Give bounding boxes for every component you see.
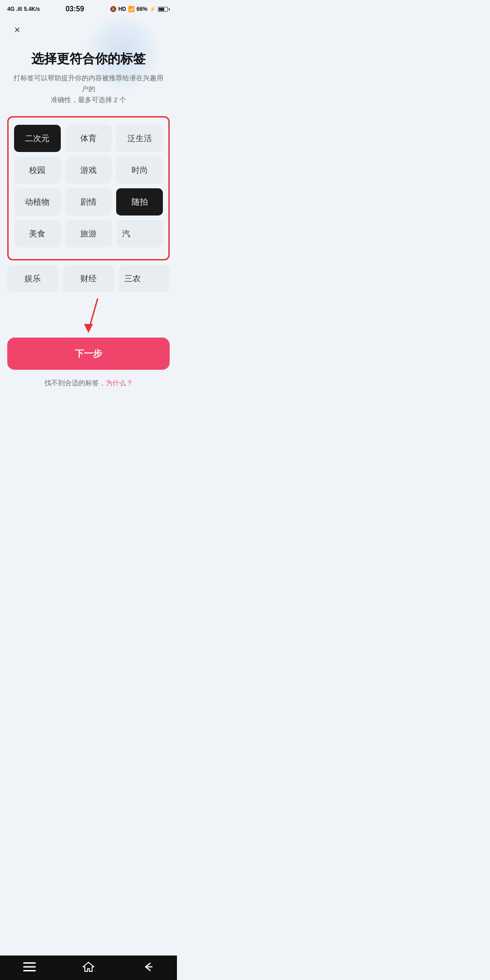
charging-icon: ⚡ — [149, 6, 156, 12]
tag-tiyu[interactable]: 体育 — [65, 125, 112, 152]
tags-row-1: 二次元 体育 泛生活 — [14, 125, 163, 152]
tags-row-3: 动植物 剧情 随拍 — [14, 188, 163, 216]
arrow-annotation — [7, 297, 170, 338]
hd-indicator: HD — [118, 6, 126, 12]
battery-indicator: 66% — [137, 6, 147, 12]
tag-sannong[interactable]: 三农 — [119, 265, 170, 292]
battery-widget — [158, 7, 170, 12]
tag-fanshenghuo[interactable]: 泛生活 — [116, 125, 163, 152]
hint-text: 找不到合适的标签， — [44, 379, 106, 387]
page-subtitle: 打标签可以帮助提升你的内容被推荐给潜在兴趣用户的准确性，最多可选择 2 个 — [7, 73, 170, 105]
page-title: 选择更符合你的标签 — [7, 51, 170, 67]
svg-marker-1 — [84, 324, 93, 333]
tag-dongzhiwu[interactable]: 动植物 — [14, 188, 61, 216]
hint-link[interactable]: 为什么？ — [106, 379, 133, 387]
speed-indicator: 5.4K/s — [24, 6, 40, 12]
tag-partial[interactable]: 汽 — [117, 220, 163, 247]
tag-youxi[interactable]: 游戏 — [65, 157, 112, 184]
tags-row-2: 校园 游戏 时尚 — [14, 157, 163, 184]
status-right: 🔕 HD 📶 66% ⚡ — [110, 6, 170, 12]
tag-juqing[interactable]: 剧情 — [65, 188, 112, 216]
status-left: 4G .ill 5.4K/s — [7, 6, 40, 12]
tags-row-5: 娱乐 财经 三农 — [7, 265, 170, 292]
network-indicator: 4G .ill — [7, 6, 22, 12]
status-bar: 4G .ill 5.4K/s 03:59 🔕 HD 📶 66% ⚡ — [0, 0, 177, 16]
tag-shishang[interactable]: 时尚 — [116, 157, 163, 184]
tag-selection-area: 二次元 体育 泛生活 校园 游戏 时尚 动植物 剧情 随拍 美食 旅游 汽 — [7, 116, 170, 260]
tag-yule[interactable]: 娱乐 — [7, 265, 59, 292]
next-button[interactable]: 下一步 — [7, 338, 170, 370]
wifi-icon: 📶 — [128, 6, 135, 12]
tag-suipai[interactable]: 随拍 — [116, 188, 163, 216]
alarm-icon: 🔕 — [110, 6, 117, 12]
tag-xiaoyuan[interactable]: 校园 — [14, 157, 61, 184]
close-button[interactable]: × — [7, 20, 27, 40]
tag-erciyuan[interactable]: 二次元 — [14, 125, 61, 152]
tag-caijing[interactable]: 财经 — [63, 265, 114, 292]
main-content: × 选择更符合你的标签 打标签可以帮助提升你的内容被推荐给潜在兴趣用户的准确性，… — [0, 20, 177, 387]
tag-meishi[interactable]: 美食 — [14, 220, 61, 247]
time-display: 03:59 — [65, 5, 84, 13]
tags-row-4: 美食 旅游 汽 — [14, 220, 163, 247]
tag-lvyou[interactable]: 旅游 — [65, 220, 112, 247]
bottom-hint: 找不到合适的标签，为什么？ — [7, 379, 170, 387]
arrow-svg — [61, 297, 116, 338]
